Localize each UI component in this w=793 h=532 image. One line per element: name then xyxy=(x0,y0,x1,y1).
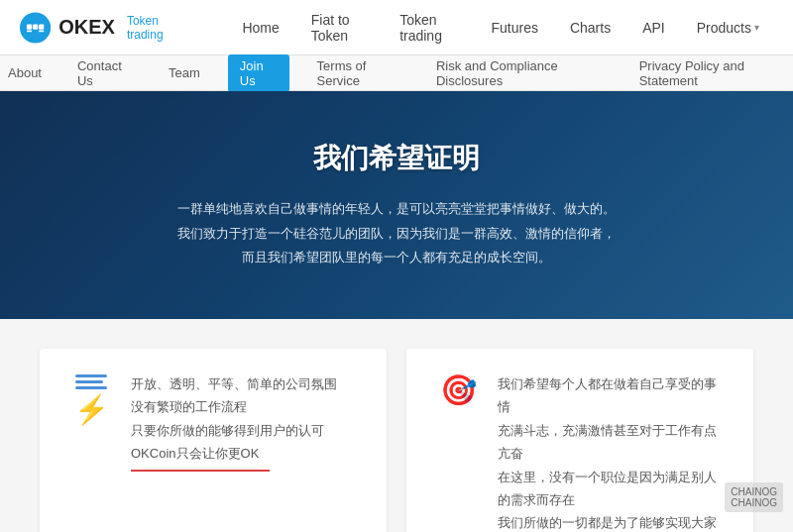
svg-rect-2 xyxy=(33,24,38,29)
nav-charts[interactable]: Charts xyxy=(556,12,624,44)
watermark-box: CHAINOG CHAINOG xyxy=(725,482,783,512)
sub-nav-terms[interactable]: Terms of Service xyxy=(309,58,408,88)
card1-line4: OKCoin只会让你更OK xyxy=(131,442,359,465)
hero-desc-line3: 而且我们希望团队里的每一个人都有充足的成长空间。 xyxy=(177,246,616,270)
target-icon: 🎯 xyxy=(440,372,477,407)
line-1 xyxy=(75,374,107,377)
sub-nav-privacy[interactable]: Privacy Policy and Statement xyxy=(631,58,793,88)
watermark-line1: CHAINOG xyxy=(731,486,777,497)
svg-rect-5 xyxy=(39,30,44,32)
okex-logo-icon xyxy=(20,10,51,46)
card2-icon-area: 🎯 xyxy=(434,372,482,407)
card2-text: 我们希望每个人都在做着自己享受的事情 充满斗志，充满激情甚至对于工作有点亢奋 在… xyxy=(498,372,726,532)
watermark: CHAINOG CHAINOG xyxy=(725,482,783,512)
card2-line2: 充满斗志，充满激情甚至对于工作有点亢奋 xyxy=(498,419,726,466)
nav-products[interactable]: Products xyxy=(683,12,773,44)
hero-section: 我们希望证明 一群单纯地喜欢自己做事情的年轻人，是可以亮亮堂堂把事情做好、做大的… xyxy=(0,91,793,319)
brand-sub: Token trading xyxy=(127,14,188,42)
nav-token-trading[interactable]: Token trading xyxy=(386,4,473,52)
card1-text: 开放、透明、平等、简单的公司氛围 没有繁琐的工作流程 只要你所做的能够得到用户的… xyxy=(131,372,359,472)
svg-rect-3 xyxy=(39,24,44,29)
nav-futures[interactable]: Futures xyxy=(477,12,551,44)
card2-line3: 在这里，没有一个职位是因为满足别人的需求而存在 xyxy=(498,466,726,512)
card-values-2: 🎯 我们希望每个人都在做着自己享受的事情 充满斗志，充满激情甚至对于工作有点亢奋… xyxy=(406,349,753,532)
card2-line4: 我们所做的一切都是为了能够实现大家共同的理想 xyxy=(498,511,726,532)
sub-nav-team[interactable]: Team xyxy=(161,65,208,80)
line-3 xyxy=(75,386,107,389)
top-navigation: OKEX Token trading Home Fiat to Token To… xyxy=(0,0,793,55)
lines-icon xyxy=(75,374,107,389)
hero-content: 我们希望证明 一群单纯地喜欢自己做事情的年轻人，是可以亮亮堂堂把事情做好、做大的… xyxy=(177,140,616,270)
card1-line3: 只要你所做的能够得到用户的认可 xyxy=(131,419,359,442)
logo-area[interactable]: OKEX Token trading xyxy=(20,10,188,46)
hero-title: 我们希望证明 xyxy=(177,140,616,177)
svg-rect-4 xyxy=(27,30,32,32)
brand-name: OKEX xyxy=(58,16,115,39)
line-2 xyxy=(75,380,103,383)
card1-line1: 开放、透明、平等、简单的公司氛围 xyxy=(131,372,359,395)
card1-icon-area: ⚡ xyxy=(67,372,115,426)
lightning-icon: ⚡ xyxy=(74,393,109,426)
hero-desc-line1: 一群单纯地喜欢自己做事情的年轻人，是可以亮亮堂堂把事情做好、做大的。 xyxy=(177,197,616,222)
hero-description: 一群单纯地喜欢自己做事情的年轻人，是可以亮亮堂堂把事情做好、做大的。 我们致力于… xyxy=(177,197,616,270)
sub-nav-risk[interactable]: Risk and Compliance Disclosures xyxy=(428,58,612,88)
hero-desc-line2: 我们致力于打造一个硅谷范儿的团队，因为我们是一群高效、激情的信仰者， xyxy=(177,222,616,247)
card1-underline xyxy=(131,470,270,472)
card1-line2: 没有繁琐的工作流程 xyxy=(131,395,359,418)
svg-rect-1 xyxy=(27,24,32,29)
nav-api[interactable]: API xyxy=(628,12,679,44)
sub-nav-contact[interactable]: Contact Us xyxy=(69,58,141,88)
watermark-line2: CHAINOG xyxy=(731,497,777,508)
card-values-1: ⚡ 开放、透明、平等、简单的公司氛围 没有繁琐的工作流程 只要你所做的能够得到用… xyxy=(40,349,387,532)
sub-nav-join-us[interactable]: Join Us xyxy=(228,54,289,92)
card2-line1: 我们希望每个人都在做着自己享受的事情 xyxy=(498,372,726,419)
nav-home[interactable]: Home xyxy=(228,12,292,44)
main-nav: Home Fiat to Token Token trading Futures… xyxy=(228,4,773,52)
sub-nav-about[interactable]: About xyxy=(0,65,50,80)
nav-fiat-to-token[interactable]: Fiat to Token xyxy=(297,4,382,52)
cards-section: ⚡ 开放、透明、平等、简单的公司氛围 没有繁琐的工作流程 只要你所做的能够得到用… xyxy=(0,319,793,532)
sub-navigation: About Contact Us Team Join Us Terms of S… xyxy=(0,55,793,91)
